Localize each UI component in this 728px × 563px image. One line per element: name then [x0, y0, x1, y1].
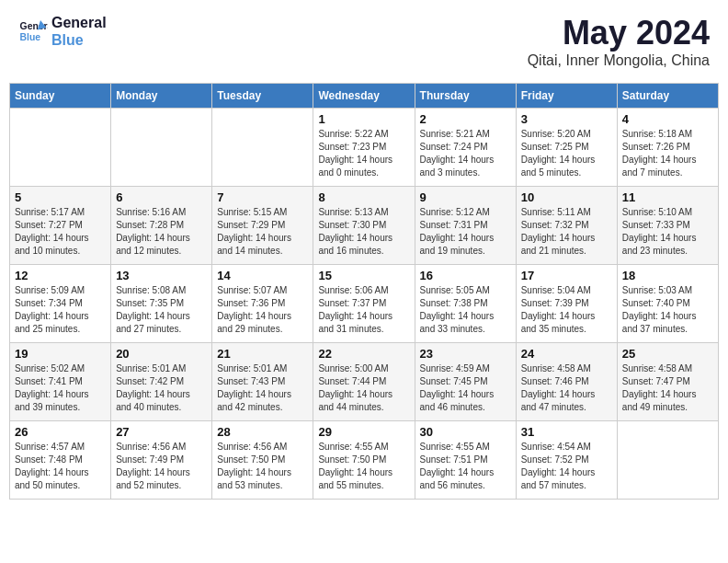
month-title: May 2024	[528, 14, 710, 52]
calendar-cell: 6Sunrise: 5:16 AMSunset: 7:28 PMDaylight…	[111, 187, 212, 265]
weekday-header-thursday: Thursday	[415, 84, 516, 109]
calendar-cell: 4Sunrise: 5:18 AMSunset: 7:26 PMDaylight…	[617, 109, 718, 187]
weekday-header-monday: Monday	[111, 84, 212, 109]
day-number: 8	[318, 190, 409, 204]
weekday-header-wednesday: Wednesday	[313, 84, 415, 109]
day-number: 24	[521, 347, 612, 361]
day-info: Sunrise: 5:07 AMSunset: 7:36 PMDaylight:…	[217, 284, 308, 336]
day-info: Sunrise: 4:58 AMSunset: 7:46 PMDaylight:…	[521, 362, 612, 414]
calendar-table: SundayMondayTuesdayWednesdayThursdayFrid…	[9, 83, 719, 500]
calendar-cell: 20Sunrise: 5:01 AMSunset: 7:42 PMDayligh…	[111, 343, 212, 421]
calendar-cell: 1Sunrise: 5:22 AMSunset: 7:23 PMDaylight…	[313, 109, 415, 187]
day-number: 12	[15, 269, 106, 282]
day-info: Sunrise: 5:16 AMSunset: 7:28 PMDaylight:…	[116, 206, 207, 258]
day-info: Sunrise: 5:01 AMSunset: 7:43 PMDaylight:…	[217, 362, 308, 414]
day-number: 23	[420, 347, 511, 361]
weekday-header-row: SundayMondayTuesdayWednesdayThursdayFrid…	[10, 84, 719, 109]
day-number: 28	[217, 425, 308, 439]
calendar-week-5: 26Sunrise: 4:57 AMSunset: 7:48 PMDayligh…	[10, 421, 719, 500]
calendar-cell: 7Sunrise: 5:15 AMSunset: 7:29 PMDaylight…	[212, 187, 313, 265]
calendar-cell: 25Sunrise: 4:58 AMSunset: 7:47 PMDayligh…	[617, 343, 718, 421]
day-info: Sunrise: 5:08 AMSunset: 7:35 PMDaylight:…	[116, 284, 207, 336]
day-number: 16	[420, 269, 511, 282]
day-info: Sunrise: 4:59 AMSunset: 7:45 PMDaylight:…	[420, 362, 511, 414]
calendar-cell: 26Sunrise: 4:57 AMSunset: 7:48 PMDayligh…	[10, 421, 111, 500]
day-info: Sunrise: 5:17 AMSunset: 7:27 PMDaylight:…	[15, 206, 106, 258]
calendar-cell: 9Sunrise: 5:12 AMSunset: 7:31 PMDaylight…	[415, 187, 516, 265]
day-info: Sunrise: 5:06 AMSunset: 7:37 PMDaylight:…	[318, 284, 409, 336]
day-number: 29	[318, 425, 409, 439]
day-number: 1	[318, 112, 409, 126]
day-number: 5	[15, 190, 106, 204]
day-number: 7	[217, 190, 308, 204]
calendar-cell: 17Sunrise: 5:04 AMSunset: 7:39 PMDayligh…	[516, 265, 617, 343]
calendar-cell: 22Sunrise: 5:00 AMSunset: 7:44 PMDayligh…	[313, 343, 415, 421]
calendar-week-1: 1Sunrise: 5:22 AMSunset: 7:23 PMDaylight…	[10, 109, 719, 187]
calendar-cell: 12Sunrise: 5:09 AMSunset: 7:34 PMDayligh…	[10, 265, 111, 343]
calendar-cell: 29Sunrise: 4:55 AMSunset: 7:50 PMDayligh…	[313, 421, 415, 500]
svg-text:Blue: Blue	[20, 32, 41, 42]
day-number: 17	[521, 269, 612, 282]
title-block: May 2024 Qitai, Inner Mongolia, China	[528, 14, 710, 69]
calendar-cell: 28Sunrise: 4:56 AMSunset: 7:50 PMDayligh…	[212, 421, 313, 500]
day-info: Sunrise: 5:10 AMSunset: 7:33 PMDaylight:…	[622, 206, 713, 258]
calendar-cell: 10Sunrise: 5:11 AMSunset: 7:32 PMDayligh…	[516, 187, 617, 265]
day-info: Sunrise: 5:03 AMSunset: 7:40 PMDaylight:…	[622, 284, 713, 336]
calendar-cell: 16Sunrise: 5:05 AMSunset: 7:38 PMDayligh…	[415, 265, 516, 343]
calendar-cell	[111, 109, 212, 187]
day-number: 25	[622, 347, 713, 361]
day-info: Sunrise: 4:55 AMSunset: 7:50 PMDaylight:…	[318, 441, 409, 492]
calendar-cell: 11Sunrise: 5:10 AMSunset: 7:33 PMDayligh…	[617, 187, 718, 265]
calendar-cell: 8Sunrise: 5:13 AMSunset: 7:30 PMDaylight…	[313, 187, 415, 265]
calendar-cell: 21Sunrise: 5:01 AMSunset: 7:43 PMDayligh…	[212, 343, 313, 421]
weekday-header-tuesday: Tuesday	[212, 84, 313, 109]
day-number: 22	[318, 347, 409, 361]
calendar-cell: 27Sunrise: 4:56 AMSunset: 7:49 PMDayligh…	[111, 421, 212, 500]
weekday-header-friday: Friday	[516, 84, 617, 109]
day-number: 15	[318, 269, 409, 282]
day-info: Sunrise: 4:56 AMSunset: 7:50 PMDaylight:…	[217, 441, 308, 492]
day-info: Sunrise: 4:55 AMSunset: 7:51 PMDaylight:…	[420, 441, 511, 492]
day-info: Sunrise: 5:00 AMSunset: 7:44 PMDaylight:…	[318, 362, 409, 414]
day-number: 30	[420, 425, 511, 439]
day-number: 4	[622, 112, 713, 126]
calendar-week-4: 19Sunrise: 5:02 AMSunset: 7:41 PMDayligh…	[10, 343, 719, 421]
calendar-cell: 15Sunrise: 5:06 AMSunset: 7:37 PMDayligh…	[313, 265, 415, 343]
calendar-cell: 30Sunrise: 4:55 AMSunset: 7:51 PMDayligh…	[415, 421, 516, 500]
calendar-cell	[617, 421, 718, 500]
day-info: Sunrise: 5:21 AMSunset: 7:24 PMDaylight:…	[420, 128, 511, 179]
day-number: 20	[116, 347, 207, 361]
calendar-cell: 24Sunrise: 4:58 AMSunset: 7:46 PMDayligh…	[516, 343, 617, 421]
day-number: 10	[521, 190, 612, 204]
day-info: Sunrise: 5:01 AMSunset: 7:42 PMDaylight:…	[116, 362, 207, 414]
day-number: 6	[116, 190, 207, 204]
day-info: Sunrise: 5:02 AMSunset: 7:41 PMDaylight:…	[15, 362, 106, 414]
logo-line1: General	[51, 14, 107, 31]
day-number: 21	[217, 347, 308, 361]
weekday-header-sunday: Sunday	[10, 84, 111, 109]
logo: General Blue General Blue	[18, 14, 107, 49]
day-info: Sunrise: 5:12 AMSunset: 7:31 PMDaylight:…	[420, 206, 511, 258]
day-info: Sunrise: 5:09 AMSunset: 7:34 PMDaylight:…	[15, 284, 106, 336]
day-number: 2	[420, 112, 511, 126]
calendar-cell: 5Sunrise: 5:17 AMSunset: 7:27 PMDaylight…	[10, 187, 111, 265]
day-number: 11	[622, 190, 713, 204]
calendar-cell: 31Sunrise: 4:54 AMSunset: 7:52 PMDayligh…	[516, 421, 617, 500]
calendar-week-2: 5Sunrise: 5:17 AMSunset: 7:27 PMDaylight…	[10, 187, 719, 265]
day-number: 18	[622, 269, 713, 282]
calendar-cell: 18Sunrise: 5:03 AMSunset: 7:40 PMDayligh…	[617, 265, 718, 343]
day-number: 9	[420, 190, 511, 204]
location-subtitle: Qitai, Inner Mongolia, China	[528, 52, 710, 69]
day-info: Sunrise: 4:58 AMSunset: 7:47 PMDaylight:…	[622, 362, 713, 414]
day-info: Sunrise: 5:11 AMSunset: 7:32 PMDaylight:…	[521, 206, 612, 258]
day-info: Sunrise: 4:56 AMSunset: 7:49 PMDaylight:…	[116, 441, 207, 492]
day-number: 19	[15, 347, 106, 361]
day-info: Sunrise: 5:04 AMSunset: 7:39 PMDaylight:…	[521, 284, 612, 336]
day-number: 26	[15, 425, 106, 439]
day-number: 13	[116, 269, 207, 282]
calendar-cell: 23Sunrise: 4:59 AMSunset: 7:45 PMDayligh…	[415, 343, 516, 421]
day-number: 3	[521, 112, 612, 126]
day-info: Sunrise: 5:13 AMSunset: 7:30 PMDaylight:…	[318, 206, 409, 258]
page-header: General Blue General Blue May 2024 Qitai…	[9, 9, 719, 74]
day-info: Sunrise: 5:22 AMSunset: 7:23 PMDaylight:…	[318, 128, 409, 179]
